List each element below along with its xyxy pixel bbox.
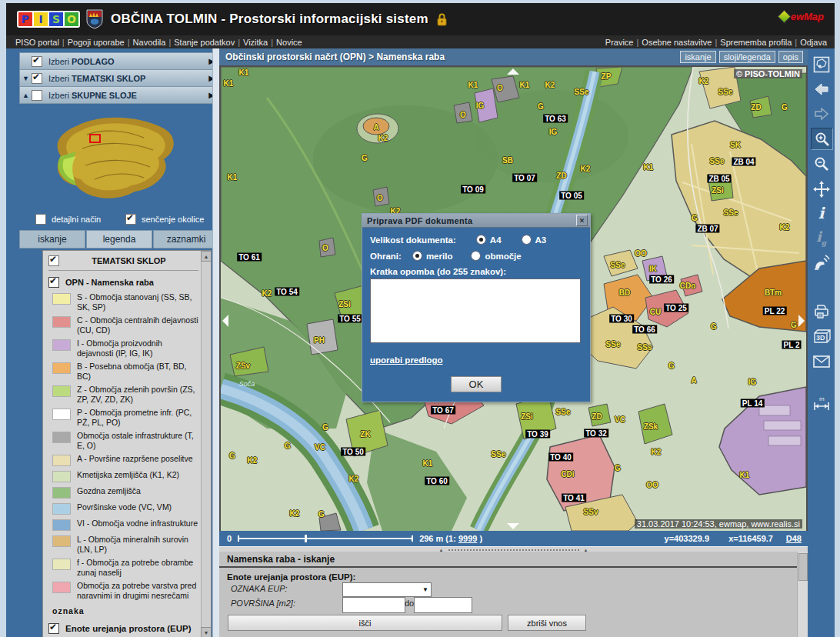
scroll-up-icon[interactable]: ▲ <box>201 251 212 262</box>
keep-radio[interactable] <box>412 251 422 261</box>
template-link[interactable]: uporabi predlogo <box>370 355 443 365</box>
piso-logo-letter: S <box>49 12 63 26</box>
overview-minimap[interactable] <box>48 112 179 208</box>
map-zone-label: K1 <box>468 81 478 89</box>
info-group-button[interactable]: ig <box>811 227 832 248</box>
sencenje-okolice-checkbox[interactable] <box>125 214 136 225</box>
gps-button[interactable] <box>811 252 832 272</box>
tab-iskanje[interactable]: iskanje <box>19 230 85 248</box>
scale-slider[interactable] <box>238 538 413 539</box>
map-unit-label: ZB 07 <box>695 225 719 233</box>
menu-item[interactable]: Pogoji uporabe <box>68 38 125 47</box>
povrsina-max-input[interactable] <box>414 597 472 613</box>
menu-item[interactable]: Odjava <box>800 38 827 47</box>
map-zone-label: SSe <box>556 408 571 416</box>
collapse-triangle-icon[interactable]: ▼ <box>20 75 32 82</box>
map-zone-label: G <box>615 464 621 472</box>
menu-item[interactable]: Stanje podatkov <box>174 38 235 47</box>
coordinate-x: x=116459.7 <box>728 534 773 543</box>
scroll-down-icon[interactable]: ▼ <box>201 627 212 637</box>
size-radio[interactable] <box>476 235 486 245</box>
svg-text:3D: 3D <box>816 334 825 342</box>
zoom-out-button[interactable] <box>811 153 832 174</box>
map-unit-label: TO 30 <box>609 315 634 323</box>
map-zone-label: K2 <box>581 165 591 173</box>
close-icon[interactable]: ✕ <box>576 215 588 226</box>
map-zone-label: IG <box>748 378 757 386</box>
map-zone-label: ZSi <box>521 412 533 421</box>
size-radio[interactable] <box>522 235 532 245</box>
map-zone-label: G <box>229 452 235 460</box>
info-button[interactable]: i <box>811 202 832 223</box>
detajlni-nacin-checkbox[interactable] <box>35 214 46 225</box>
layer-selector-podlago[interactable]: Izberi PODLAGO▶ <box>19 52 219 70</box>
pdf-dialog: Priprava PDF dokumenta ✕ Velikost dokume… <box>362 213 591 402</box>
menu-item[interactable]: Pravice <box>605 38 634 47</box>
map-zone-label: VC <box>615 415 625 424</box>
scale-slider-handle[interactable] <box>305 535 307 542</box>
legend-item-label: VI - Območja vodne infrastrukture <box>77 519 198 529</box>
measure-button[interactable]: m <box>811 393 832 414</box>
tab-legenda[interactable]: legenda <box>86 230 152 248</box>
layer-checkbox[interactable] <box>32 90 42 101</box>
legend-scrollbar[interactable]: ▲ ▼ <box>201 251 211 637</box>
datum-link[interactable]: D48 <box>786 534 802 543</box>
layer-checkbox[interactable] <box>32 73 42 84</box>
bottom-scrollbar[interactable] <box>797 552 808 637</box>
pan-button[interactable] <box>811 178 832 199</box>
map-zone-label: A <box>691 376 696 385</box>
oznaka-eup-select[interactable]: ▼ <box>342 582 432 597</box>
legend-group: OPN - Namenska raba <box>48 277 198 288</box>
keep-radio[interactable] <box>471 251 481 261</box>
forward-arrow-icon[interactable] <box>811 103 832 124</box>
note-textarea[interactable] <box>370 278 581 343</box>
layer-selector-skupne-sloje[interactable]: ▲Izberi SKUPNE SLOJE▶ <box>19 86 219 104</box>
size-radio-label: A4 <box>490 235 502 245</box>
map-zone-label: Soča <box>239 380 255 388</box>
map-header-button-slojilegenda[interactable]: sloji/legenda <box>719 51 775 63</box>
menubar: PISO portal|Pogoji uporabe|Navodila|Stan… <box>6 35 835 48</box>
size-option-A3[interactable]: A3 <box>522 235 547 245</box>
back-arrow-icon[interactable] <box>811 78 832 99</box>
layer-checkbox[interactable] <box>32 56 42 67</box>
map-header-button-iskanje[interactable]: iskanje <box>680 51 715 63</box>
scale-value-link[interactable]: 9999 <box>458 534 477 543</box>
layer-selector-tematski-sklop[interactable]: ▼Izberi TEMATSKI SKLOP▶ <box>19 69 219 87</box>
tematski-sklop-checkbox[interactable] <box>48 255 59 266</box>
size-option-A4[interactable]: A4 <box>476 235 502 245</box>
menu-item[interactable]: Sprememba profila <box>720 38 792 47</box>
keep-option-območje[interactable]: območje <box>471 251 521 261</box>
map-unit-label: PL 14 <box>741 399 765 408</box>
clear-button[interactable]: zbriši vnos <box>508 615 586 631</box>
menu-item[interactable]: Navodila <box>133 38 166 47</box>
option-detajlni-nacin[interactable]: detajlni način <box>35 214 101 225</box>
map-zone-label: O <box>497 84 503 92</box>
zoom-in-button[interactable] <box>811 128 833 150</box>
eup-checkbox[interactable] <box>48 623 59 634</box>
menu-item[interactable]: Osebne nastavitve <box>642 38 712 47</box>
menu-item[interactable]: PISO portal <box>15 38 59 47</box>
opn-namenska-raba-checkbox[interactable] <box>48 277 59 288</box>
keep-option-merilo[interactable]: merilo <box>412 251 453 261</box>
ok-button[interactable]: OK <box>451 376 502 392</box>
3d-view-button[interactable]: 3D <box>811 326 832 347</box>
search-button[interactable]: išči <box>228 615 502 631</box>
map-unit-label: TO 40 <box>548 453 573 462</box>
map-zone-label: O <box>322 244 328 252</box>
option-sencenje-okolice[interactable]: senčenje okolice <box>125 214 204 225</box>
lock-icon <box>436 12 448 26</box>
print-button[interactable] <box>811 301 832 322</box>
overview-map-button[interactable] <box>811 54 832 75</box>
collapse-triangle-icon[interactable]: ▲ <box>20 92 32 99</box>
tab-zaznamki[interactable]: zaznamki <box>153 230 219 248</box>
map-unit-label: TO 32 <box>584 429 608 438</box>
mail-button[interactable] <box>811 351 832 372</box>
piso-logo[interactable]: PISO <box>17 11 80 28</box>
map-header-button-opis[interactable]: opis <box>778 51 803 63</box>
scrollbar-thumb[interactable] <box>798 553 808 581</box>
povrsina-min-input[interactable] <box>342 597 405 613</box>
menu-item[interactable]: Novice <box>276 38 302 47</box>
menu-item[interactable]: Vizitka <box>243 38 268 47</box>
map-zone-label: K2 <box>780 223 790 232</box>
map-zone-label: SSe <box>492 450 506 459</box>
